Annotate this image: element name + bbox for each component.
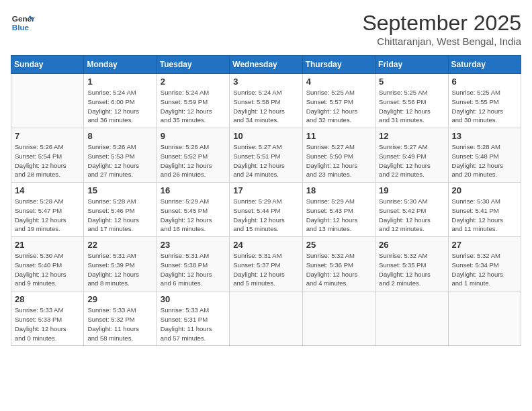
calendar-cell: 17Sunrise: 5:29 AM Sunset: 5:44 PM Dayli… <box>230 183 302 237</box>
day-number: 3 <box>233 77 298 87</box>
calendar-cell <box>448 291 521 346</box>
day-info: Sunrise: 5:29 AM Sunset: 5:44 PM Dayligh… <box>233 197 298 234</box>
calendar-table: SundayMondayTuesdayWednesdayThursdayFrid… <box>11 55 521 346</box>
day-info: Sunrise: 5:32 AM Sunset: 5:34 PM Dayligh… <box>452 251 517 288</box>
calendar-cell: 20Sunrise: 5:30 AM Sunset: 5:41 PM Dayli… <box>448 183 521 237</box>
calendar-week: 28Sunrise: 5:33 AM Sunset: 5:33 PM Dayli… <box>11 291 521 346</box>
day-header: Saturday <box>448 56 521 74</box>
day-number: 15 <box>87 185 152 195</box>
day-number: 18 <box>306 185 371 195</box>
day-number: 24 <box>233 240 298 250</box>
day-info: Sunrise: 5:28 AM Sunset: 5:46 PM Dayligh… <box>87 197 152 234</box>
svg-text:Blue: Blue <box>12 23 30 32</box>
day-info: Sunrise: 5:24 AM Sunset: 5:58 PM Dayligh… <box>233 88 298 125</box>
days-of-week-row: SundayMondayTuesdayWednesdayThursdayFrid… <box>11 56 521 74</box>
day-number: 16 <box>161 185 226 195</box>
day-info: Sunrise: 5:25 AM Sunset: 5:56 PM Dayligh… <box>379 88 444 125</box>
day-info: Sunrise: 5:26 AM Sunset: 5:54 PM Dayligh… <box>15 142 80 179</box>
day-number: 22 <box>87 240 152 250</box>
day-info: Sunrise: 5:30 AM Sunset: 5:40 PM Dayligh… <box>15 251 80 288</box>
day-number: 19 <box>379 185 444 195</box>
calendar-cell <box>375 291 448 346</box>
calendar-cell: 19Sunrise: 5:30 AM Sunset: 5:42 PM Dayli… <box>375 183 448 237</box>
calendar-cell: 16Sunrise: 5:29 AM Sunset: 5:45 PM Dayli… <box>157 183 229 237</box>
calendar-cell: 12Sunrise: 5:27 AM Sunset: 5:49 PM Dayli… <box>375 128 448 183</box>
day-number: 13 <box>452 131 517 141</box>
day-number: 14 <box>15 185 80 195</box>
day-number: 29 <box>87 294 152 304</box>
day-number: 30 <box>161 294 226 304</box>
calendar-cell: 23Sunrise: 5:31 AM Sunset: 5:38 PM Dayli… <box>157 237 229 291</box>
calendar-cell: 27Sunrise: 5:32 AM Sunset: 5:34 PM Dayli… <box>448 237 521 291</box>
calendar-body: 1Sunrise: 5:24 AM Sunset: 6:00 PM Daylig… <box>11 74 521 346</box>
calendar-cell <box>302 291 375 346</box>
day-header: Tuesday <box>157 56 229 74</box>
calendar-cell: 26Sunrise: 5:32 AM Sunset: 5:35 PM Dayli… <box>375 237 448 291</box>
calendar-cell: 30Sunrise: 5:33 AM Sunset: 5:31 PM Dayli… <box>157 291 229 346</box>
calendar-cell: 6Sunrise: 5:25 AM Sunset: 5:55 PM Daylig… <box>448 74 521 128</box>
page-header: General Blue September 2025 Chittaranjan… <box>11 11 521 47</box>
day-info: Sunrise: 5:25 AM Sunset: 5:57 PM Dayligh… <box>306 88 371 125</box>
day-info: Sunrise: 5:31 AM Sunset: 5:39 PM Dayligh… <box>87 251 152 288</box>
calendar-cell: 8Sunrise: 5:26 AM Sunset: 5:53 PM Daylig… <box>84 128 157 183</box>
day-info: Sunrise: 5:32 AM Sunset: 5:36 PM Dayligh… <box>306 251 371 288</box>
day-info: Sunrise: 5:29 AM Sunset: 5:45 PM Dayligh… <box>161 197 226 234</box>
day-number: 7 <box>15 131 80 141</box>
day-number: 11 <box>306 131 371 141</box>
day-info: Sunrise: 5:26 AM Sunset: 5:52 PM Dayligh… <box>161 142 226 179</box>
calendar-cell: 22Sunrise: 5:31 AM Sunset: 5:39 PM Dayli… <box>84 237 157 291</box>
logo-icon: General Blue <box>11 11 35 35</box>
day-info: Sunrise: 5:26 AM Sunset: 5:53 PM Dayligh… <box>87 142 152 179</box>
day-info: Sunrise: 5:33 AM Sunset: 5:31 PM Dayligh… <box>161 306 226 342</box>
calendar-week: 7Sunrise: 5:26 AM Sunset: 5:54 PM Daylig… <box>11 128 521 183</box>
calendar-week: 14Sunrise: 5:28 AM Sunset: 5:47 PM Dayli… <box>11 183 521 237</box>
calendar-cell: 4Sunrise: 5:25 AM Sunset: 5:57 PM Daylig… <box>302 74 375 128</box>
calendar-cell: 2Sunrise: 5:24 AM Sunset: 5:59 PM Daylig… <box>157 74 229 128</box>
day-info: Sunrise: 5:24 AM Sunset: 5:59 PM Dayligh… <box>161 88 226 125</box>
calendar-cell: 29Sunrise: 5:33 AM Sunset: 5:32 PM Dayli… <box>84 291 157 346</box>
day-header: Monday <box>84 56 157 74</box>
day-number: 23 <box>161 240 226 250</box>
day-number: 26 <box>379 240 444 250</box>
calendar-cell: 21Sunrise: 5:30 AM Sunset: 5:40 PM Dayli… <box>11 237 84 291</box>
calendar-cell: 14Sunrise: 5:28 AM Sunset: 5:47 PM Dayli… <box>11 183 84 237</box>
calendar-cell: 15Sunrise: 5:28 AM Sunset: 5:46 PM Dayli… <box>84 183 157 237</box>
day-number: 17 <box>233 185 298 195</box>
month-title: September 2025 <box>362 11 521 36</box>
day-number: 6 <box>452 77 517 87</box>
day-number: 4 <box>306 77 371 87</box>
calendar-cell: 7Sunrise: 5:26 AM Sunset: 5:54 PM Daylig… <box>11 128 84 183</box>
day-info: Sunrise: 5:27 AM Sunset: 5:51 PM Dayligh… <box>233 142 298 179</box>
day-number: 1 <box>87 77 152 87</box>
day-info: Sunrise: 5:27 AM Sunset: 5:50 PM Dayligh… <box>306 142 371 179</box>
day-info: Sunrise: 5:24 AM Sunset: 6:00 PM Dayligh… <box>87 88 152 125</box>
day-info: Sunrise: 5:31 AM Sunset: 5:38 PM Dayligh… <box>161 251 226 288</box>
day-number: 10 <box>233 131 298 141</box>
calendar-cell: 28Sunrise: 5:33 AM Sunset: 5:33 PM Dayli… <box>11 291 84 346</box>
calendar-cell: 13Sunrise: 5:28 AM Sunset: 5:48 PM Dayli… <box>448 128 521 183</box>
day-number: 12 <box>379 131 444 141</box>
day-info: Sunrise: 5:33 AM Sunset: 5:32 PM Dayligh… <box>87 306 152 342</box>
day-header: Wednesday <box>230 56 302 74</box>
day-info: Sunrise: 5:32 AM Sunset: 5:35 PM Dayligh… <box>379 251 444 288</box>
location: Chittaranjan, West Bengal, India <box>362 36 521 47</box>
day-info: Sunrise: 5:28 AM Sunset: 5:48 PM Dayligh… <box>452 142 517 179</box>
calendar-cell: 1Sunrise: 5:24 AM Sunset: 6:00 PM Daylig… <box>84 74 157 128</box>
day-info: Sunrise: 5:30 AM Sunset: 5:41 PM Dayligh… <box>452 197 517 234</box>
day-number: 8 <box>87 131 152 141</box>
calendar-cell <box>11 74 84 128</box>
day-header: Friday <box>375 56 448 74</box>
calendar-week: 1Sunrise: 5:24 AM Sunset: 6:00 PM Daylig… <box>11 74 521 128</box>
day-info: Sunrise: 5:28 AM Sunset: 5:47 PM Dayligh… <box>15 197 80 234</box>
day-info: Sunrise: 5:31 AM Sunset: 5:37 PM Dayligh… <box>233 251 298 288</box>
title-block: September 2025 Chittaranjan, West Bengal… <box>362 11 521 47</box>
day-number: 21 <box>15 240 80 250</box>
day-number: 25 <box>306 240 371 250</box>
day-number: 27 <box>452 240 517 250</box>
calendar-cell: 24Sunrise: 5:31 AM Sunset: 5:37 PM Dayli… <box>230 237 302 291</box>
calendar-cell: 9Sunrise: 5:26 AM Sunset: 5:52 PM Daylig… <box>157 128 229 183</box>
calendar-cell: 3Sunrise: 5:24 AM Sunset: 5:58 PM Daylig… <box>230 74 302 128</box>
day-info: Sunrise: 5:33 AM Sunset: 5:33 PM Dayligh… <box>15 306 80 342</box>
calendar-cell: 10Sunrise: 5:27 AM Sunset: 5:51 PM Dayli… <box>230 128 302 183</box>
day-header: Sunday <box>11 56 84 74</box>
